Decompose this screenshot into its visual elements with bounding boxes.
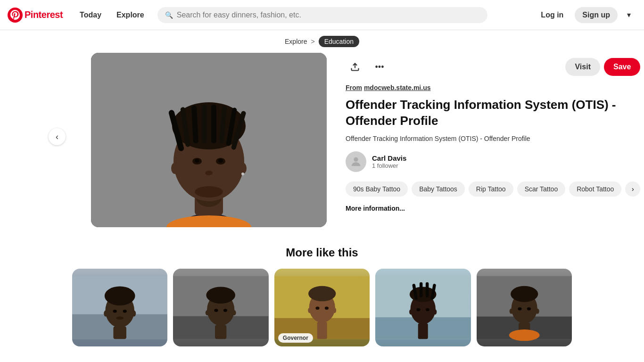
svg-point-28 [354, 157, 358, 161]
avatar[interactable] [346, 151, 366, 172]
user-avatar-icon [349, 155, 363, 168]
tag-0[interactable]: 90s Baby Tattoo [346, 181, 408, 197]
card-3[interactable]: Governor [274, 269, 370, 346]
svg-rect-68 [426, 282, 429, 297]
pinterest-text[interactable]: Pinterest [25, 9, 63, 20]
tag-1[interactable]: Baby Tattoos [412, 181, 465, 197]
share-button[interactable] [346, 58, 364, 76]
svg-point-52 [315, 306, 319, 309]
image-placeholder [91, 53, 327, 227]
header: Pinterest Today Explore 🔍 Log in Sign up… [0, 0, 644, 30]
source-url[interactable]: mdocweb.state.mi.us [364, 84, 431, 91]
pin-image-svg [91, 53, 327, 227]
source-prefix: From [346, 84, 362, 91]
user-details: Carl Davis 1 follower [372, 154, 406, 169]
svg-point-35 [116, 317, 124, 320]
svg-rect-45 [215, 325, 226, 339]
card-4-image [375, 269, 471, 346]
image-section [91, 53, 327, 227]
svg-point-51 [308, 286, 336, 301]
more-section-title: More like this [72, 246, 572, 259]
more-info-link[interactable]: More information... [346, 205, 405, 212]
detail-actions-left: ••• [346, 58, 389, 76]
card-3-badge: Governor [278, 333, 313, 343]
signup-button[interactable]: Sign up [575, 7, 618, 23]
svg-point-79 [535, 309, 539, 314]
svg-point-53 [325, 306, 329, 309]
tag-3[interactable]: Scar Tattoo [517, 181, 566, 197]
pin-description: Offender Tracking Information System (OT… [346, 134, 640, 144]
login-button[interactable]: Log in [533, 7, 571, 23]
svg-point-44 [223, 309, 227, 312]
svg-point-21 [218, 159, 223, 163]
svg-point-64 [409, 309, 412, 314]
svg-point-33 [113, 310, 117, 313]
breadcrumb: Explore > Education [0, 30, 644, 53]
svg-point-25 [239, 163, 247, 174]
svg-point-38 [132, 311, 136, 317]
search-bar[interactable]: 🔍 [157, 7, 487, 23]
svg-point-61 [417, 308, 421, 311]
main-nav: Today Explore [74, 7, 150, 23]
svg-point-37 [104, 311, 107, 317]
svg-point-24 [171, 163, 179, 174]
search-input[interactable] [177, 11, 480, 19]
pinterest-logo-icon[interactable] [8, 8, 23, 23]
svg-rect-54 [317, 322, 327, 339]
share-icon [350, 62, 360, 72]
cards-row: Governor [72, 269, 572, 346]
tags-row: 90s Baby Tattoo Baby Tattoos Rip Tattoo … [346, 181, 640, 197]
user-name[interactable]: Carl Davis [372, 154, 406, 162]
card-1-image [72, 269, 167, 346]
svg-point-46 [206, 310, 209, 315]
save-button[interactable]: Save [604, 58, 640, 76]
breadcrumb-explore[interactable]: Explore [285, 38, 307, 45]
svg-point-43 [215, 309, 218, 312]
chevron-down-button[interactable]: ▾ [621, 8, 636, 23]
detail-actions: ••• Visit Save [346, 58, 640, 76]
header-right: Log in Sign up ▾ [533, 7, 636, 23]
tag-4[interactable]: Robot Tattoo [569, 181, 621, 197]
svg-rect-36 [113, 327, 126, 339]
card-5[interactable] [477, 269, 572, 346]
svg-point-0 [8, 8, 23, 23]
svg-point-77 [509, 329, 539, 341]
tags-chevron-button[interactable]: › [625, 181, 640, 197]
svg-point-20 [195, 159, 199, 163]
svg-point-47 [232, 310, 236, 315]
tag-2[interactable]: Rip Tattoo [469, 181, 513, 197]
main-content: ••• Visit Save From mdocweb.state.mi.us … [82, 53, 562, 237]
card-1[interactable] [72, 269, 167, 346]
search-icon: 🔍 [165, 11, 173, 19]
logo-area: Pinterest [8, 8, 63, 23]
detail-actions-right: Visit Save [565, 58, 640, 76]
svg-point-26 [241, 173, 244, 175]
detail-panel: ••• Visit Save From mdocweb.state.mi.us … [346, 53, 640, 227]
svg-rect-63 [418, 323, 428, 339]
svg-point-78 [509, 309, 513, 314]
svg-point-56 [333, 308, 336, 313]
svg-rect-14 [211, 105, 216, 143]
card-5-image [477, 269, 572, 346]
back-arrow-button[interactable]: ‹ [49, 128, 66, 145]
nav-explore[interactable]: Explore [111, 7, 150, 23]
card-2[interactable] [173, 269, 268, 346]
svg-point-23 [195, 186, 223, 197]
card-4[interactable] [375, 269, 471, 346]
user-followers: 1 follower [372, 162, 406, 169]
visit-button[interactable]: Visit [565, 58, 600, 76]
svg-point-55 [308, 308, 311, 313]
svg-point-65 [434, 309, 437, 314]
more-section: More like this [63, 237, 581, 346]
nav-today[interactable]: Today [74, 7, 107, 23]
source-link: From mdocweb.state.mi.us [346, 84, 640, 91]
svg-point-75 [527, 307, 530, 310]
main-pin-image [91, 53, 327, 227]
svg-point-62 [426, 308, 429, 311]
more-options-button[interactable]: ••• [370, 58, 389, 76]
svg-rect-13 [202, 105, 207, 143]
svg-point-34 [123, 310, 127, 313]
svg-rect-67 [420, 282, 422, 297]
card-2-image [173, 269, 268, 346]
svg-point-42 [206, 287, 236, 304]
